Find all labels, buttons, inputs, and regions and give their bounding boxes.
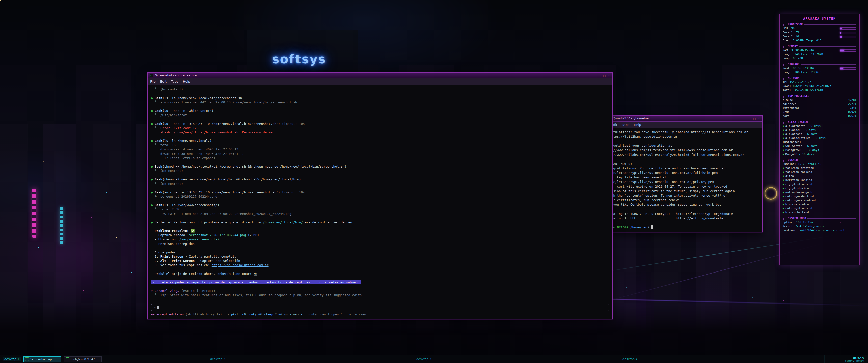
text-segment: ● [151, 96, 155, 100]
terminal-line: You should test your configuration at: [602, 143, 759, 148]
taskbar-window-button[interactable]: >_root@vmi871047:... [64, 357, 102, 362]
conky-label: xrdp [783, 110, 789, 114]
status-dot-icon: ● [783, 182, 784, 186]
text-segment: - Permisos corregidos [151, 242, 194, 245]
taskbar-window-button[interactable]: >_Screenshot cap... [24, 357, 61, 362]
menu-tabs[interactable]: Tabs [171, 80, 178, 84]
terminal-line: Donating to ISRG / Let's Encrypt: https:… [602, 211, 759, 216]
terminal-line: ● Perfecto! Ya funcionó. El problema era… [151, 220, 609, 224]
conky-row: ●gitea [783, 174, 857, 178]
conky-value: 15 / Total: 46 [798, 162, 821, 166]
link[interactable]: pkill -9 conky && sleep 2 && su - neo -… [231, 312, 304, 316]
ssh-terminal-output[interactable]: Congratulations! You have successfully e… [598, 128, 762, 232]
terminal-line: └ -rwxr-xr-x 1 neo neo 442 Jan 27 00:13 … [151, 100, 609, 104]
desktop-label-4[interactable]: desktop 4 [621, 357, 639, 361]
conky-value: ↓5.52GiB ↑2.17GiB [795, 88, 823, 92]
ssh-terminal-window[interactable]: >_ root@vmi871047: /home/neo – □ × FileE… [598, 115, 763, 232]
taskbar[interactable]: desktop 1>_Screenshot cap...>_root@vmi87… [0, 355, 868, 363]
conky-label: Total: [783, 88, 793, 92]
maximize-button[interactable]: □ [603, 74, 605, 77]
text-segment: Donating to EFF: https://eff.org/donate-… [602, 216, 723, 220]
softsys-neon-sign: softsys [272, 52, 326, 66]
neon-strip-magenta [32, 189, 36, 238]
text-segment: Congratulations! You have successfully e… [602, 130, 748, 134]
taskbar-desktop-3[interactable]: desktop 3 [412, 356, 618, 363]
conky-label: Root: [783, 66, 791, 70]
terminal-line: 1. Print Screen → Captura pantalla compl… [151, 254, 609, 259]
text-segment: (2 MB) [246, 233, 259, 237]
text-segment: ● [151, 109, 155, 113]
text-segment: ● [151, 220, 155, 224]
maximize-button[interactable]: □ [753, 117, 755, 120]
taskbar-desktop-2[interactable]: desktop 2 [206, 356, 412, 363]
text-segment [651, 225, 653, 229]
conky-row: ●PostgreSQL- 10 days [783, 148, 857, 152]
conky-value: - 6 days [802, 128, 815, 132]
terminal-line: └ (No content) [151, 169, 609, 173]
desktop-label-2[interactable]: desktop 2 [209, 357, 226, 361]
minimize-button[interactable]: – [599, 74, 601, 77]
terminal-line [151, 216, 609, 220]
main-titlebar[interactable]: >_ Screenshot capture feature – □ × [148, 73, 612, 78]
conky-system-monitor: ARASAKA SYSTEM ┌─ PROCESSOR CPU:9%Core 1… [779, 14, 860, 265]
desktop-label-1[interactable]: desktop 1 [2, 357, 21, 362]
close-button[interactable]: × [608, 74, 610, 77]
claude-code-session[interactable]: └ (No content) ● Bash(ls -la /home/neo/.… [148, 85, 612, 319]
main-terminal-window[interactable]: >_ Screenshot capture feature – □ × File… [147, 72, 613, 319]
claude-status-line: ▶▶ accept edits on (shift+tab to cycle) … [151, 312, 609, 317]
taskbar-desktop-1[interactable]: desktop 1>_Screenshot cap...>_root@vmi87… [0, 356, 206, 363]
conky-section-header: ┌─ SYSTEM INFO [783, 216, 857, 220]
terminal-line: - Ubicación: /var/www/screenshots/ [151, 237, 609, 241]
text-segment: (ls -la /home/neo/.local/bin/screenshot.… [162, 96, 244, 100]
menu-help[interactable]: Help [183, 80, 190, 84]
conky-row: Hostname:vmi871047.contaboserver.net [783, 228, 857, 232]
link[interactable]: /home/neo [630, 225, 648, 229]
menu-edit[interactable]: Edit [160, 80, 166, 84]
text-segment: - If you like Certbot, please consider s… [602, 203, 721, 206]
text-segment: Bash [155, 96, 162, 100]
text-segment: · [222, 312, 231, 316]
text-segment: Alt + Print Screen [160, 259, 194, 263]
conky-label: Core 1: [783, 31, 794, 35]
conky-row: [Databases] [783, 140, 857, 144]
main-window-title: Screenshot capture feature [155, 74, 196, 77]
terminal-icon: >_ [66, 358, 69, 361]
conky-value: 0.67% [848, 114, 857, 118]
terminal-line [151, 276, 609, 280]
conky-label: Xorg [783, 114, 789, 118]
text-segment: (ls -lh /var/www/screenshots/) [162, 203, 219, 207]
conky-row: ●catalogar-backend [783, 194, 857, 198]
terminal-line [151, 134, 609, 139]
text-segment: → Captura con selección [194, 259, 240, 263]
conky-row: Kernel:5.4.0-176-generic [783, 224, 857, 228]
conky-label: claude [783, 98, 793, 102]
ssh-titlebar[interactable]: >_ root@vmi871047: /home/neo – □ × [598, 116, 762, 122]
conky-row: Root:80.9GiB/391GiB [783, 66, 857, 70]
text-segment: ▶▶ accept edits on [151, 312, 184, 316]
conky-row: ●cigbyte-backend [783, 186, 857, 190]
status-dot-icon: ● [783, 210, 784, 214]
ssh-output-lines: Congratulations! You have successfully e… [602, 130, 759, 230]
taskbar-desktop-4[interactable]: desktop 4 [618, 356, 825, 363]
text-segment: : [628, 225, 630, 229]
menu-tabs[interactable]: Tabs [622, 123, 629, 127]
text-segment: 2. [151, 259, 160, 263]
menu-file[interactable]: File [150, 80, 156, 84]
close-button[interactable]: × [758, 117, 760, 120]
conky-label: Hostname: [783, 228, 798, 232]
link[interactable]: https://ss.neosolutions.com.ar [212, 263, 269, 267]
conky-value: 9% [791, 27, 795, 31]
terminal-line: └ total 2.0M [151, 207, 609, 211]
menu-help[interactable]: Help [634, 123, 642, 127]
minimize-button[interactable]: – [749, 117, 751, 120]
text-segment: └ [151, 293, 160, 297]
terminal-line: Donating to EFF: https://eff.org/donate-… [602, 216, 759, 221]
desktop-label-3[interactable]: desktop 3 [415, 357, 433, 361]
terminal-line: Problema resuelto: ✅ [151, 229, 609, 233]
ssh-menubar: FileEditTabsHelp [598, 122, 762, 128]
terminal-line: IMPORTANT NOTES: [602, 162, 759, 166]
terminal-line: ● Bash(ls -la /home/neo/.local/bin/scree… [151, 96, 609, 100]
text-segment: total 2.0M [160, 207, 179, 211]
claude-input-box[interactable]: > [151, 304, 609, 311]
text-cursor [157, 306, 159, 309]
